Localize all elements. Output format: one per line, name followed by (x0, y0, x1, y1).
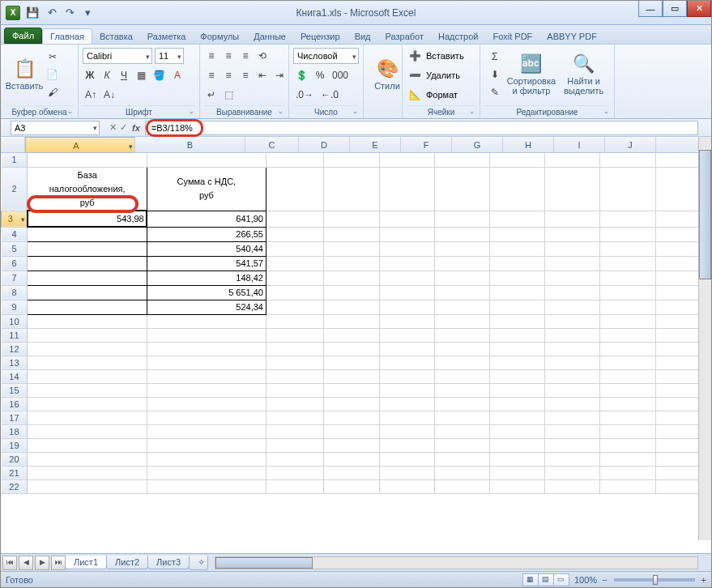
tab-file[interactable]: Файл (4, 28, 42, 44)
redo-button[interactable]: ↷ (62, 5, 77, 21)
row-header[interactable]: 8 (2, 285, 28, 300)
italic-button[interactable]: К (100, 67, 114, 83)
currency-button[interactable]: 💲 (293, 67, 310, 83)
bold-button[interactable]: Ж (83, 67, 97, 83)
styles-button[interactable]: 🎨Стили (368, 47, 407, 100)
col-header-e[interactable]: E (350, 137, 401, 152)
cell-a6[interactable] (28, 256, 147, 271)
tab-review[interactable]: Рецензир (293, 29, 347, 44)
horizontal-scrollbar[interactable] (215, 556, 698, 569)
formula-bar[interactable]: =B3/118% (145, 121, 698, 135)
number-format-select[interactable]: Числовой (293, 48, 359, 64)
row-header[interactable]: 2 (2, 167, 28, 211)
decrease-font-button[interactable]: A↓ (101, 87, 117, 103)
cell-b6[interactable]: 541,57 (147, 256, 266, 271)
underline-button[interactable]: Ч (117, 67, 131, 83)
scroll-thumb[interactable] (215, 557, 313, 569)
grid[interactable]: 1 2База налогообложения, рубСумма с НДС,… (1, 153, 711, 494)
col-header-i[interactable]: I (554, 137, 605, 152)
cell-a7[interactable] (28, 271, 147, 285)
col-header-g[interactable]: G (452, 137, 503, 152)
row-header[interactable]: 6 (2, 256, 28, 271)
tab-insert[interactable]: Вставка (92, 29, 140, 44)
sheet-nav-first[interactable]: ⏮ (2, 556, 17, 570)
view-break-button[interactable]: ▭ (553, 573, 569, 586)
cell-b2[interactable]: Сумма с НДС, руб (147, 167, 266, 211)
font-name-select[interactable]: Calibri (83, 48, 152, 64)
qat-customize-icon[interactable]: ▾ (80, 5, 95, 21)
scroll-thumb[interactable] (699, 150, 711, 279)
tab-formulas[interactable]: Формулы (193, 29, 246, 44)
tab-developer[interactable]: Разработ (378, 29, 431, 44)
row-header[interactable]: 18 (2, 424, 28, 438)
tab-foxit[interactable]: Foxit PDF (485, 29, 539, 44)
align-center-button[interactable]: ≡ (221, 67, 236, 83)
border-button[interactable]: ▦ (134, 67, 148, 83)
sheet-tab-1[interactable]: Лист1 (65, 556, 107, 569)
minimize-button[interactable]: — (638, 1, 663, 17)
name-box[interactable]: A3 (11, 121, 100, 135)
font-size-select[interactable]: 11 (155, 48, 184, 64)
cancel-formula-icon[interactable]: ✕ (109, 122, 117, 133)
increase-indent-button[interactable]: ⇥ (272, 67, 287, 83)
cell-a9[interactable] (28, 300, 147, 314)
copy-button[interactable]: 📄 (44, 66, 61, 83)
vertical-scrollbar[interactable] (698, 137, 711, 540)
maximize-button[interactable]: ▭ (663, 1, 687, 17)
tab-layout[interactable]: Разметка (140, 29, 194, 44)
decrease-decimal-button[interactable]: ←.0 (318, 87, 341, 103)
row-header[interactable]: 22 (2, 479, 28, 493)
close-button[interactable]: ✕ (687, 1, 711, 17)
sheet-nav-next[interactable]: ▶ (35, 556, 49, 570)
tab-abbyy[interactable]: ABBYY PDF (539, 29, 604, 44)
align-middle-button[interactable]: ≡ (221, 48, 236, 64)
align-bottom-button[interactable]: ≡ (238, 48, 253, 64)
decrease-indent-button[interactable]: ⇤ (255, 67, 270, 83)
delete-cells-button[interactable]: ➖ (407, 67, 424, 83)
align-right-button[interactable]: ≡ (238, 67, 253, 83)
col-header-b[interactable]: B (135, 137, 245, 152)
enter-formula-icon[interactable]: ✓ (120, 122, 127, 133)
row-header[interactable]: 20 (2, 452, 28, 466)
row-header[interactable]: 13 (2, 356, 28, 369)
col-header-j[interactable]: J (605, 137, 656, 152)
align-top-button[interactable]: ≡ (204, 48, 219, 64)
row-header[interactable]: 3 (2, 211, 28, 227)
tab-home[interactable]: Главная (42, 28, 92, 44)
row-header[interactable]: 1 (2, 153, 28, 167)
zoom-out-button[interactable]: − (602, 575, 607, 585)
cell-b5[interactable]: 540,44 (147, 241, 266, 256)
row-header[interactable]: 14 (2, 369, 28, 383)
zoom-in-button[interactable]: + (701, 575, 706, 585)
find-select-button[interactable]: 🔍Найти и выделить (557, 47, 610, 100)
slider-thumb[interactable] (653, 575, 658, 585)
align-left-button[interactable]: ≡ (204, 67, 219, 83)
cut-button[interactable]: ✂ (44, 49, 61, 65)
row-header[interactable]: 11 (2, 328, 28, 342)
view-layout-button[interactable]: ▤ (538, 573, 554, 586)
col-header-d[interactable]: D (299, 137, 350, 152)
col-header-c[interactable]: C (245, 137, 299, 152)
orientation-button[interactable]: ⟲ (255, 48, 270, 64)
select-all-corner[interactable] (1, 137, 25, 152)
font-color-button[interactable]: A (170, 67, 185, 83)
row-header[interactable]: 7 (2, 271, 28, 285)
comma-button[interactable]: 000 (330, 67, 351, 83)
paste-button[interactable]: 📋Вставить (5, 47, 44, 100)
sort-filter-button[interactable]: 🔤Сортировка и фильтр (505, 47, 558, 100)
format-cells-button[interactable]: 📐 (407, 87, 424, 103)
col-header-a[interactable]: A (25, 137, 135, 153)
increase-decimal-button[interactable]: .0→ (293, 87, 316, 103)
cell-a4[interactable] (28, 227, 147, 241)
sheet-nav-prev[interactable]: ◀ (19, 556, 33, 570)
col-header-f[interactable]: F (401, 137, 452, 152)
increase-font-button[interactable]: A↑ (83, 87, 99, 103)
fill-button[interactable]: ⬇ (484, 66, 505, 83)
cell-b4[interactable]: 266,55 (147, 227, 266, 241)
col-header-h[interactable]: H (503, 137, 554, 152)
save-button[interactable]: 💾 (23, 5, 41, 21)
new-sheet-button[interactable]: ✧ (189, 556, 208, 570)
wrap-text-button[interactable]: ↵ (204, 87, 219, 103)
sheet-nav-last[interactable]: ⏭ (51, 556, 66, 570)
row-header[interactable]: 16 (2, 397, 28, 411)
